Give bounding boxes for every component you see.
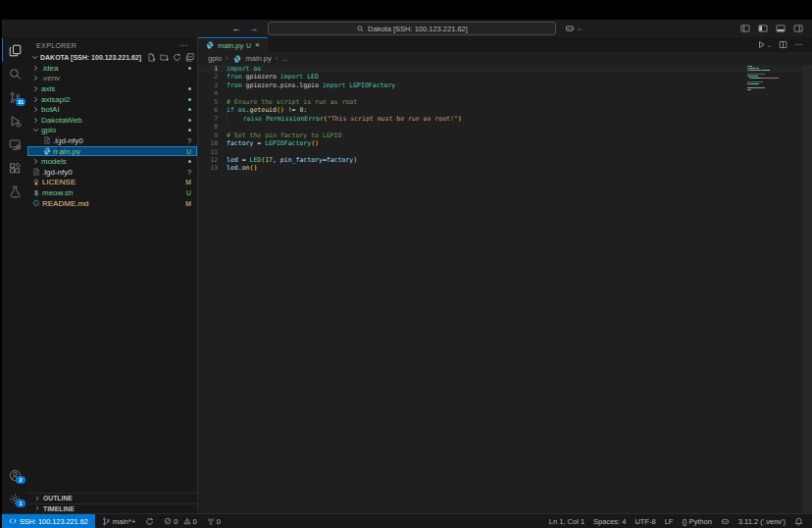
forward-icon[interactable]: → xyxy=(249,25,258,33)
chevron-right-icon xyxy=(34,496,40,502)
customize-layout-icon[interactable] xyxy=(740,24,750,33)
tree-item-.lgd-nfy0[interactable]: .lgd-nfy0? xyxy=(27,135,197,146)
file-label: models xyxy=(41,157,67,166)
more-actions-icon[interactable]: ⋯ xyxy=(179,41,188,50)
git-status-badge: ? xyxy=(187,169,191,176)
ports-item[interactable]: 0 xyxy=(203,514,225,528)
tree-item-models[interactable]: models xyxy=(27,156,197,167)
line-content: from gpiozero.pins.lgpio import LGPIOFac… xyxy=(227,81,395,89)
code-line-6[interactable]: 6if os.geteuid() != 0: xyxy=(198,106,812,114)
activity-search[interactable] xyxy=(2,62,27,85)
line-content: led.on() xyxy=(227,164,257,172)
line-content: led = LED(17, pin_factory=factory) xyxy=(227,156,357,164)
activity-run-debug[interactable] xyxy=(2,109,27,132)
cursor-position[interactable]: Ln 1, Col 1 xyxy=(545,514,588,528)
tree-item-gpio[interactable]: gpio xyxy=(27,126,197,136)
breadcrumb-file[interactable]: main.py xyxy=(246,54,272,63)
status-right: Ln 1, Col 1 Spaces: 4 UTF-8 LF {} Python… xyxy=(545,514,812,528)
tree-item-axisapi2[interactable]: axisapi2 xyxy=(27,94,197,105)
git-branch-item[interactable]: main*+ xyxy=(98,514,140,528)
encoding[interactable]: UTF-8 xyxy=(631,514,659,528)
new-file-icon[interactable] xyxy=(147,53,156,62)
code-line-13[interactable]: 13led.on() xyxy=(198,164,812,172)
back-icon[interactable]: ← xyxy=(231,25,240,33)
code-line-5[interactable]: 5# Ensure the script is run as root xyxy=(198,98,812,106)
code-line-12[interactable]: 12led = LED(17, pin_factory=factory) xyxy=(198,156,812,164)
activity-remote-explorer[interactable] xyxy=(2,132,27,156)
split-editor-icon[interactable] xyxy=(779,40,787,49)
activity-explorer[interactable] xyxy=(2,38,27,62)
collapse-all-icon[interactable] xyxy=(185,53,194,62)
activity-source-control[interactable]: 31 xyxy=(2,85,27,109)
tree-item-axis[interactable]: axis xyxy=(27,83,197,94)
tree-item-botAI[interactable]: botAI xyxy=(27,104,197,115)
language-mode[interactable]: {} Python xyxy=(678,514,715,528)
contains-changes-dot-badge xyxy=(188,129,191,132)
tree-item-README.md[interactable]: README.mdM xyxy=(27,198,197,209)
activity-settings[interactable]: 1 xyxy=(2,487,27,510)
code-line-7[interactable]: 7 raise PermissionError("This script mus… xyxy=(198,115,812,123)
activity-testing[interactable] xyxy=(2,180,27,203)
line-number: 1 xyxy=(198,65,227,73)
tree-item-LICENSE[interactable]: LICENSEM xyxy=(27,178,197,188)
refresh-icon[interactable] xyxy=(173,53,181,62)
new-folder-icon[interactable] xyxy=(160,53,169,62)
toggle-panel-icon[interactable] xyxy=(776,24,786,33)
copilot-menu[interactable]: ⌄ xyxy=(565,24,582,33)
shell-icon: $ xyxy=(31,189,41,196)
eol-sequence[interactable]: LF xyxy=(661,514,678,528)
tab-main-py[interactable]: main.py U × xyxy=(198,37,268,52)
code-line-10[interactable]: 10factory = LGPIOFactory() xyxy=(198,139,812,147)
tree-item-.venv[interactable]: .venv xyxy=(27,74,197,84)
tree-item-.idea[interactable]: .idea xyxy=(27,63,197,74)
tab-git-badge: U xyxy=(246,42,251,49)
file-label: gpio xyxy=(41,126,56,134)
code-line-11[interactable]: 11 xyxy=(198,148,812,156)
sync-changes-button[interactable] xyxy=(141,514,158,528)
notifications-bell[interactable] xyxy=(790,514,807,528)
code-editor[interactable]: 1import os2from gpiozero import LED3from… xyxy=(198,65,812,513)
code-line-4[interactable]: 4 xyxy=(198,89,812,97)
minimap[interactable] xyxy=(747,66,783,91)
indentation[interactable]: Spaces: 4 xyxy=(589,514,630,528)
line-number: 6 xyxy=(198,106,227,114)
copilot-icon xyxy=(721,517,730,526)
workspace-section-header[interactable]: DAKOTA [SSH: 100.123.221.62] xyxy=(27,52,197,63)
python-interpreter[interactable]: 3.11.2 ('.venv') xyxy=(735,514,789,528)
toggle-secondary-sidebar-icon[interactable] xyxy=(793,24,803,33)
scrollbar[interactable] xyxy=(802,65,812,513)
line-number: 10 xyxy=(198,139,227,147)
copilot-status[interactable] xyxy=(717,514,734,528)
code-line-3[interactable]: 3from gpiozero.pins.lgpio import LGPIOFa… xyxy=(198,81,812,89)
tree-item-DakotaWeb[interactable]: DakotaWeb xyxy=(27,115,197,126)
more-actions-icon[interactable]: ⋯ xyxy=(794,40,803,49)
breadcrumb-symbol[interactable]: … xyxy=(281,54,289,63)
run-debug-icon xyxy=(9,115,22,128)
activity-extensions[interactable] xyxy=(2,156,27,180)
remote-indicator[interactable]: SSH: 100.123.221.62 xyxy=(2,514,95,528)
code-line-1[interactable]: 1import os xyxy=(198,65,812,73)
editor-actions: ⌄ ⋯ xyxy=(757,37,812,52)
accounts-badge: 2 xyxy=(16,476,25,484)
git-status-badge: ? xyxy=(187,137,191,144)
python-icon xyxy=(232,55,242,63)
history-nav: ← → xyxy=(231,25,258,33)
line-number: 8 xyxy=(198,123,227,131)
close-icon[interactable]: × xyxy=(255,41,260,49)
activity-accounts[interactable]: 2 xyxy=(2,463,27,487)
line-number: 9 xyxy=(198,132,227,139)
problems-item[interactable]: 0 0 xyxy=(160,514,200,528)
breadcrumb-folder[interactable]: gpio xyxy=(208,54,222,63)
code-line-2[interactable]: 2from gpiozero import LED xyxy=(198,73,812,80)
toggle-primary-sidebar-icon[interactable] xyxy=(758,24,768,33)
command-center[interactable]: Dakota [SSH: 100.123.221.62] xyxy=(268,22,556,35)
tree-item-main.py[interactable]: main.pyU xyxy=(27,146,197,157)
tree-item-.lgd-nfy0[interactable]: .lgd-nfy0? xyxy=(27,167,197,178)
code-line-9[interactable]: 9# Set the pin factory to LGPIO xyxy=(198,132,812,139)
run-python-file-button[interactable]: ⌄ xyxy=(757,40,772,49)
outline-panel-header[interactable]: OUTLINE xyxy=(27,493,197,503)
timeline-panel-header[interactable]: TIMELINE xyxy=(27,503,197,514)
code-line-8[interactable]: 8 xyxy=(198,123,812,131)
tree-item-meow.sh[interactable]: $meow.shU xyxy=(27,187,197,198)
run-dropdown-chevron-icon[interactable]: ⌄ xyxy=(767,42,772,48)
